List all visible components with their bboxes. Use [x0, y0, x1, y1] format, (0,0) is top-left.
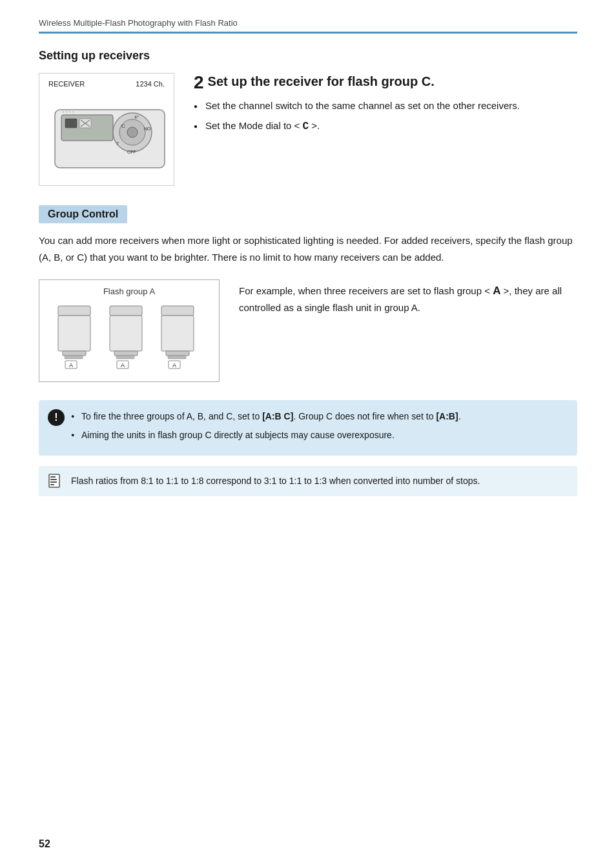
step-title: 2 Set up the receiver for flash group C.: [194, 73, 577, 90]
group-control-badge: Group Control: [39, 205, 127, 223]
svg-point-8: [127, 127, 138, 137]
note-icon: !: [48, 409, 65, 426]
group-a-bold: A: [493, 285, 500, 297]
step-bullet-1: Set the channel switch to the same chann…: [194, 99, 577, 114]
svg-text:C: C: [121, 123, 125, 129]
mode-c: C: [303, 121, 309, 132]
flash-group-section: Flash group A A: [39, 279, 577, 382]
note-bullet-1: To fire the three groups of A, B, and C,…: [71, 409, 566, 424]
flash-device-diagram: RECEIVER 1234 Ch. C: [39, 73, 174, 186]
svg-rect-23: [114, 351, 138, 356]
note-bullet-2: Aiming the units in flash group C direct…: [71, 428, 566, 443]
svg-text:A: A: [69, 362, 73, 368]
svg-rect-2: [65, 119, 77, 128]
flash-unit-1: A: [58, 306, 90, 368]
svg-rect-35: [50, 479, 57, 480]
page-number: 52: [39, 838, 50, 850]
flash-unit-3: A: [161, 306, 194, 368]
svg-rect-34: [50, 476, 56, 478]
svg-rect-17: [63, 351, 86, 356]
step-bullets: Set the channel switch to the same chann…: [194, 99, 577, 134]
receiver-label: RECEIVER: [48, 80, 85, 88]
svg-rect-37: [50, 484, 54, 485]
channel-label: 1234 Ch.: [136, 80, 165, 88]
svg-text:OFF: OFF: [127, 150, 136, 154]
svg-rect-27: [161, 306, 194, 316]
svg-rect-24: [116, 356, 134, 359]
flash-group-label: Flash group A: [48, 287, 210, 296]
svg-text:· · · ·: · · · ·: [63, 108, 74, 115]
svg-text:NO: NO: [144, 126, 151, 131]
page: Wireless Multiple-Flash Photography with…: [0, 0, 616, 868]
memo-box: Flash ratios from 8:1 to 1:1 to 1:8 corr…: [39, 466, 577, 496]
flash-unit-2: A: [110, 306, 142, 368]
step-title-text: Set up the receiver for flash group C.: [208, 74, 435, 88]
svg-text:4*: 4*: [134, 115, 139, 119]
svg-rect-22: [110, 316, 142, 351]
note-bullet-list: To fire the three groups of A, B, and C,…: [71, 409, 566, 443]
svg-rect-18: [65, 356, 83, 359]
svg-text:A: A: [121, 362, 125, 368]
receiver-svg: C NO OFF 7 4* · · · ·: [48, 90, 171, 174]
step-bullet-2: Set the Mode dial to < C >.: [194, 119, 577, 134]
flash-units-svg: A A A: [48, 303, 203, 370]
device-top-row: RECEIVER 1234 Ch.: [48, 80, 165, 88]
flash-group-text: For example, when three receivers are se…: [239, 279, 577, 316]
svg-text:7: 7: [116, 141, 119, 146]
svg-rect-15: [58, 306, 90, 316]
section-title: Setting up receivers: [39, 49, 577, 63]
step-number: 2: [194, 73, 204, 93]
group-control-description: You can add more receivers when more lig…: [39, 232, 577, 265]
svg-rect-29: [166, 351, 189, 356]
svg-rect-28: [161, 316, 194, 351]
svg-rect-21: [110, 306, 142, 316]
memo-text: Flash ratios from 8:1 to 1:1 to 1:8 corr…: [71, 476, 480, 486]
flash-group-box: Flash group A A: [39, 279, 220, 382]
svg-rect-30: [168, 356, 186, 359]
top-divider: [39, 32, 577, 34]
memo-icon: [48, 474, 63, 489]
svg-text:A: A: [172, 362, 176, 368]
abc-bracket: [A:B C]: [262, 411, 293, 421]
step-instruction: 2 Set up the receiver for flash group C.…: [194, 73, 577, 139]
ab-bracket: [A:B]: [436, 411, 458, 421]
svg-rect-16: [58, 316, 90, 351]
breadcrumb: Wireless Multiple-Flash Photography with…: [39, 18, 577, 28]
note-box: ! To fire the three groups of A, B, and …: [39, 400, 577, 456]
setting-up-receivers-container: RECEIVER 1234 Ch. C: [39, 73, 577, 186]
svg-rect-36: [50, 481, 57, 483]
